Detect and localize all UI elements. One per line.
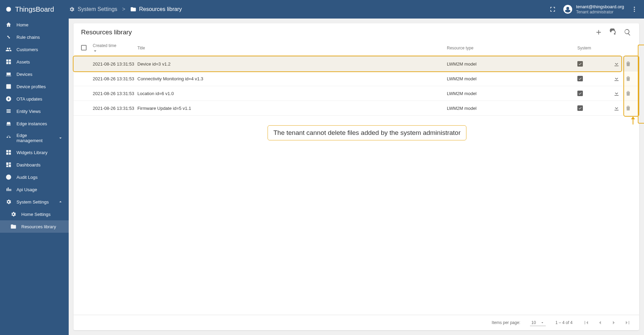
chevron-up-icon bbox=[58, 199, 63, 205]
refresh-button[interactable] bbox=[609, 28, 617, 36]
next-page-icon[interactable] bbox=[610, 319, 618, 327]
sidebar-item-label: Edge instances bbox=[16, 121, 47, 126]
table-row[interactable]: 2021-08-26 13:31:53 Connectivity Monitor… bbox=[74, 71, 639, 86]
svg-point-1 bbox=[634, 7, 635, 8]
sidebar-item-rule-chains[interactable]: Rule chains bbox=[0, 31, 69, 43]
cell-title: Device id=3 v1.2 bbox=[137, 61, 447, 67]
delete-icon[interactable] bbox=[625, 105, 632, 112]
sidebar-item-home-settings[interactable]: Home Settings bbox=[0, 208, 69, 220]
sidebar-item-dashboards[interactable]: Dashboards bbox=[0, 159, 69, 171]
search-button[interactable] bbox=[623, 28, 632, 36]
edge-mgmt-icon bbox=[5, 135, 12, 141]
delete-icon[interactable] bbox=[625, 75, 632, 82]
cell-system bbox=[577, 61, 605, 67]
table-row[interactable]: 2021-08-26 13:31:53 Location id=6 v1.0 L… bbox=[74, 86, 639, 101]
breadcrumb-separator: > bbox=[122, 6, 125, 12]
table-row[interactable]: 2021-08-26 13:31:53 Device id=3 v1.2 LWM… bbox=[74, 57, 639, 71]
people-icon bbox=[5, 46, 12, 53]
select-all-checkbox[interactable] bbox=[81, 45, 93, 51]
first-page-icon[interactable] bbox=[582, 319, 590, 327]
sidebar-item-label: System Settings bbox=[16, 199, 49, 205]
sidebar-item-widgets-library[interactable]: Widgets Library bbox=[0, 146, 69, 159]
delete-icon[interactable] bbox=[625, 60, 632, 67]
app-logo[interactable]: ThingsBoard bbox=[5, 5, 69, 13]
breadcrumb-label: Resources library bbox=[139, 6, 182, 12]
sidebar-item-label: Devices bbox=[16, 72, 32, 77]
column-header-system[interactable]: System bbox=[577, 46, 605, 50]
sidebar-item-entity-views[interactable]: Entity Views bbox=[0, 105, 69, 117]
sidebar-item-label: Dashboards bbox=[16, 162, 41, 168]
table-body: 2021-08-26 13:31:53 Device id=3 v1.2 LWM… bbox=[74, 57, 639, 315]
svg-point-3 bbox=[634, 11, 635, 12]
page-size-select[interactable]: 10 bbox=[530, 320, 546, 326]
breadcrumb-item-resources-library[interactable]: Resources library bbox=[130, 6, 182, 12]
edge-icon bbox=[5, 120, 12, 127]
sidebar-item-home[interactable]: Home bbox=[0, 19, 69, 31]
table-header: Created time Title Resource type System bbox=[74, 41, 639, 57]
paginator-range: 1 – 4 of 4 bbox=[555, 320, 573, 325]
breadcrumb-label: System Settings bbox=[78, 6, 117, 12]
sidebar-item-api-usage[interactable]: Api Usage bbox=[0, 183, 69, 196]
sidebar-item-edge-instances[interactable]: Edge instances bbox=[0, 117, 69, 130]
cell-type: LWM2M model bbox=[447, 91, 577, 96]
download-icon[interactable] bbox=[613, 60, 620, 67]
card-header: Resources library bbox=[74, 23, 639, 41]
assets-icon bbox=[5, 59, 12, 65]
sidebar-item-audit-logs[interactable]: Audit Logs bbox=[0, 171, 69, 183]
sidebar-item-label: Home Settings bbox=[21, 212, 50, 217]
download-icon[interactable] bbox=[613, 90, 620, 97]
user-role: Tenant administrator bbox=[576, 10, 624, 14]
cell-type: LWM2M model bbox=[447, 76, 577, 81]
add-button[interactable] bbox=[595, 28, 603, 36]
topbar-actions: tenant@thingsboard.org Tenant administra… bbox=[549, 4, 639, 14]
paginator-label: Items per page: bbox=[492, 320, 520, 325]
sidebar-item-edge-management[interactable]: Edge management bbox=[0, 130, 69, 146]
ota-icon bbox=[5, 96, 12, 102]
breadcrumb-item-system-settings[interactable]: System Settings bbox=[69, 6, 117, 12]
sidebar-item-label: Entity Views bbox=[16, 109, 41, 114]
app-name: ThingsBoard bbox=[15, 5, 54, 13]
user-info: tenant@thingsboard.org Tenant administra… bbox=[576, 4, 624, 14]
user-menu[interactable]: tenant@thingsboard.org Tenant administra… bbox=[563, 4, 624, 14]
column-header-title[interactable]: Title bbox=[137, 46, 447, 50]
breadcrumb: System Settings > Resources library bbox=[69, 6, 182, 12]
sidebar-item-label: Audit Logs bbox=[16, 175, 37, 180]
annotation-arrow-icon bbox=[628, 116, 638, 125]
delete-icon[interactable] bbox=[625, 90, 632, 97]
cell-system bbox=[577, 76, 605, 82]
cell-system bbox=[577, 105, 605, 111]
last-page-icon[interactable] bbox=[623, 319, 632, 327]
sidebar-item-assets[interactable]: Assets bbox=[0, 56, 69, 68]
sidebar-item-device-profiles[interactable]: Device profiles bbox=[0, 80, 69, 93]
cell-created: 2021-08-26 13:31:53 bbox=[93, 76, 137, 81]
sidebar-item-system-settings[interactable]: System Settings bbox=[0, 196, 69, 208]
sidebar-item-customers[interactable]: Customers bbox=[0, 43, 69, 56]
sort-desc-icon bbox=[93, 48, 137, 53]
column-header-type[interactable]: Resource type bbox=[447, 46, 577, 50]
sidebar-item-label: Resources library bbox=[21, 224, 56, 229]
cell-created: 2021-08-26 13:31:53 bbox=[93, 61, 137, 67]
paginator: Items per page: 10 1 – 4 of 4 bbox=[74, 315, 639, 330]
fullscreen-icon[interactable] bbox=[549, 5, 557, 13]
api-icon bbox=[5, 186, 12, 193]
audit-icon bbox=[5, 174, 12, 180]
chevron-down-icon bbox=[58, 135, 63, 141]
table-row[interactable]: 2021-08-26 13:31:53 Firmware Update id=5… bbox=[74, 101, 639, 116]
download-icon[interactable] bbox=[613, 75, 620, 82]
cell-title: Connectivity Monitoring id=4 v1.3 bbox=[137, 76, 447, 81]
resources-card: Resources library Created time bbox=[74, 23, 639, 330]
cell-system bbox=[577, 91, 605, 96]
sidebar: Home Rule chains Customers Assets Device… bbox=[0, 19, 69, 335]
sidebar-item-ota-updates[interactable]: OTA updates bbox=[0, 93, 69, 105]
sidebar-item-resources-library[interactable]: Resources library bbox=[0, 220, 69, 233]
profile-icon bbox=[5, 83, 12, 90]
column-header-created[interactable]: Created time bbox=[93, 43, 137, 53]
app-logo-icon bbox=[5, 6, 12, 12]
folder-icon bbox=[10, 223, 16, 230]
sidebar-item-devices[interactable]: Devices bbox=[0, 68, 69, 80]
download-icon[interactable] bbox=[613, 105, 620, 112]
sidebar-item-label: Api Usage bbox=[16, 187, 37, 192]
more-vert-icon[interactable] bbox=[630, 5, 639, 13]
prev-page-icon[interactable] bbox=[596, 319, 604, 327]
sidebar-item-label: Assets bbox=[16, 59, 30, 65]
